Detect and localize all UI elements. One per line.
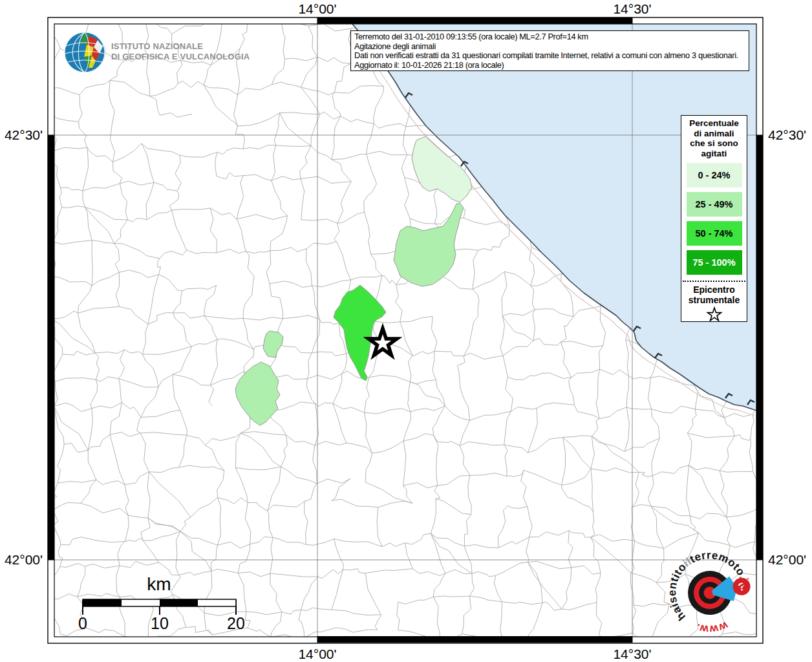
scalebar-tick-20: 20: [207, 614, 265, 633]
ingv-globe-icon: [65, 32, 106, 72]
legend-title-line: agitati: [681, 149, 747, 159]
legend-separator: [683, 281, 745, 282]
scale-bar: [83, 599, 236, 615]
star-outline-icon: [706, 306, 723, 323]
legend-title: Percentuale di animali che si sono agita…: [681, 118, 747, 158]
logo-www-text: www.: [692, 616, 731, 639]
scalebar-tick-0: 0: [54, 614, 112, 633]
scalebar-unit: km: [120, 574, 198, 595]
event-info-box: Terremoto del 31-01-2010 09:13:55 (ora l…: [350, 30, 749, 71]
scalebar-tick-10: 10: [131, 614, 189, 633]
legend-class-25-49: 25 - 49%: [687, 192, 742, 217]
axis-label-lat-right-top: 42°30': [768, 127, 806, 143]
legend-class-50-74: 50 - 74%: [687, 221, 742, 246]
legend-title-line: che si sono: [681, 138, 747, 149]
event-title: Terremoto del 31-01-2010 09:13:55 (ora l…: [354, 32, 745, 42]
ingv-line1: ISTITUTO NAZIONALE: [111, 41, 250, 52]
earthquake-felt-map: ? haisentitoilterremoto.it www. 14°00' 1…: [0, 0, 812, 662]
region-25-49-north: [394, 204, 464, 286]
haisentitoilterremoto-logo: ? haisentitoilterremoto.it www.: [659, 542, 759, 643]
event-subtitle: Agitazione degli animali: [354, 42, 745, 52]
axis-label-lat-left-bottom: 42°00': [0, 552, 43, 568]
ingv-wordmark: ISTITUTO NAZIONALE DI GEOFISICA E VULCAN…: [111, 41, 250, 62]
axis-label-lat-right-bottom: 42°00': [768, 552, 806, 568]
region-50-74: [334, 285, 386, 381]
map-canvas: ? haisentitoilterremoto.it www.: [0, 0, 812, 662]
legend: Percentuale di animali che si sono agita…: [681, 115, 747, 322]
legend-title-line: di animali: [681, 129, 747, 139]
axis-label-lat-left-top: 42°30': [0, 127, 43, 143]
event-updated: Aggiornato il: 10-01-2026 21:18 (ora loc…: [354, 61, 745, 70]
axis-label-lon-bottom-right: 14°30': [593, 646, 671, 662]
axis-label-lon-top-right: 14°30': [593, 1, 671, 17]
legend-class-0-24: 0 - 24%: [687, 163, 742, 187]
legend-epicenter-line: Epicentro: [681, 284, 747, 295]
axis-label-lon-bottom-left: 14°00': [279, 646, 356, 662]
epicenter-star-icon: [369, 328, 397, 356]
legend-title-line: Percentuale: [681, 118, 747, 129]
event-disclaimer: Dati non verificati estratti da 31 quest…: [354, 51, 745, 61]
ingv-line2: DI GEOFISICA E VULCANOLOGIA: [111, 52, 250, 62]
axis-label-lon-top-left: 14°00': [279, 1, 356, 17]
legend-epicenter-line: strumentale: [681, 295, 747, 305]
region-25-49-south: [235, 362, 280, 425]
legend-epicenter-label: Epicentro strumentale: [681, 284, 747, 305]
region-25-49-small: [263, 331, 283, 358]
legend-class-75-100: 75 - 100%: [687, 250, 742, 275]
